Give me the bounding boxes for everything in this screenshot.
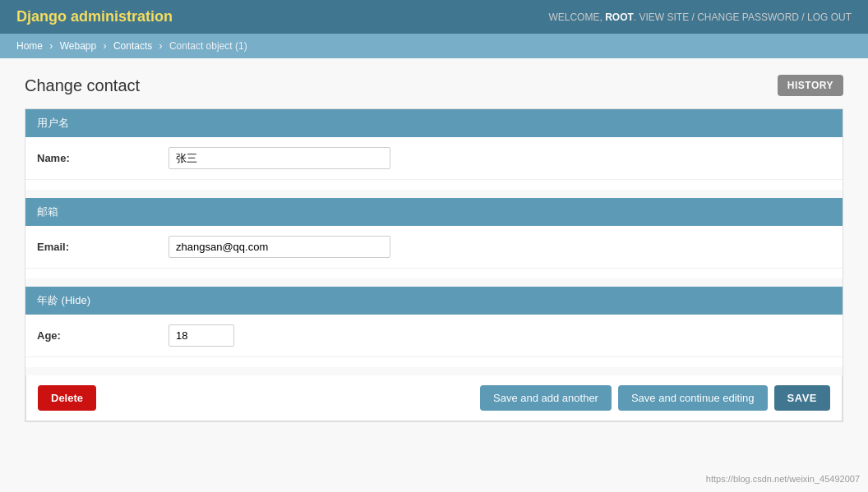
section-username-header: 用户名: [25, 109, 843, 137]
name-label: Name:: [37, 152, 169, 164]
breadcrumb-sep-1: ›: [49, 40, 53, 52]
breadcrumb-home[interactable]: Home: [16, 40, 43, 52]
field-row-age: Age:: [25, 315, 843, 357]
change-password-link[interactable]: CHANGE PASSWORD: [697, 11, 799, 23]
save-button[interactable]: SAVE: [774, 385, 830, 411]
breadcrumb-sep-2: ›: [104, 40, 107, 52]
section-age: 年龄 (Hide) Age:: [25, 287, 843, 357]
main-content: Change contact HISTORY 用户名 Name: 邮箱 Emai…: [0, 58, 868, 439]
submit-row: Delete Save and add another Save and con…: [25, 375, 843, 421]
username: ROOT: [605, 11, 634, 23]
section-email: 邮箱 Email:: [25, 198, 843, 269]
history-button[interactable]: HISTORY: [778, 75, 843, 96]
breadcrumb-contacts[interactable]: Contacts: [113, 40, 152, 52]
view-site-link[interactable]: VIEW SITE: [639, 11, 689, 23]
user-info: WELCOME, ROOT. VIEW SITE / CHANGE PASSWO…: [548, 11, 852, 23]
section-email-header: 邮箱: [25, 198, 843, 226]
breadcrumb-webapp[interactable]: Webapp: [60, 40, 96, 52]
save-add-another-button[interactable]: Save and add another: [480, 385, 612, 411]
breadcrumb-sep-3: ›: [159, 40, 163, 52]
email-label: Email:: [37, 241, 169, 253]
welcome-prefix: WELCOME,: [548, 11, 602, 23]
breadcrumb-current: Contact object (1): [169, 40, 247, 52]
spacer-3: [25, 367, 843, 375]
page-header: Change contact HISTORY: [25, 75, 843, 96]
page-title: Change contact: [25, 76, 140, 95]
age-input[interactable]: [169, 324, 234, 347]
site-header: Django administration WELCOME, ROOT. VIE…: [0, 0, 868, 34]
name-input[interactable]: [169, 147, 390, 169]
section-username: 用户名 Name:: [25, 109, 843, 180]
field-row-email: Email:: [25, 226, 843, 269]
delete-button[interactable]: Delete: [38, 385, 96, 411]
log-out-link[interactable]: LOG OUT: [807, 11, 852, 23]
breadcrumbs: Home › Webapp › Contacts › Contact objec…: [0, 34, 868, 58]
form-wrapper: 用户名 Name: 邮箱 Email: 年龄 (Hide): [25, 108, 843, 422]
site-title: Django administration: [16, 8, 173, 25]
save-continue-button[interactable]: Save and continue editing: [618, 385, 768, 411]
field-row-name: Name:: [25, 137, 843, 180]
section-age-header: 年龄 (Hide): [25, 287, 843, 315]
email-input[interactable]: [169, 236, 390, 258]
spacer-1: [25, 190, 843, 198]
age-label: Age:: [37, 329, 169, 342]
spacer-2: [25, 278, 843, 287]
right-buttons: Save and add another Save and continue e…: [480, 385, 830, 411]
